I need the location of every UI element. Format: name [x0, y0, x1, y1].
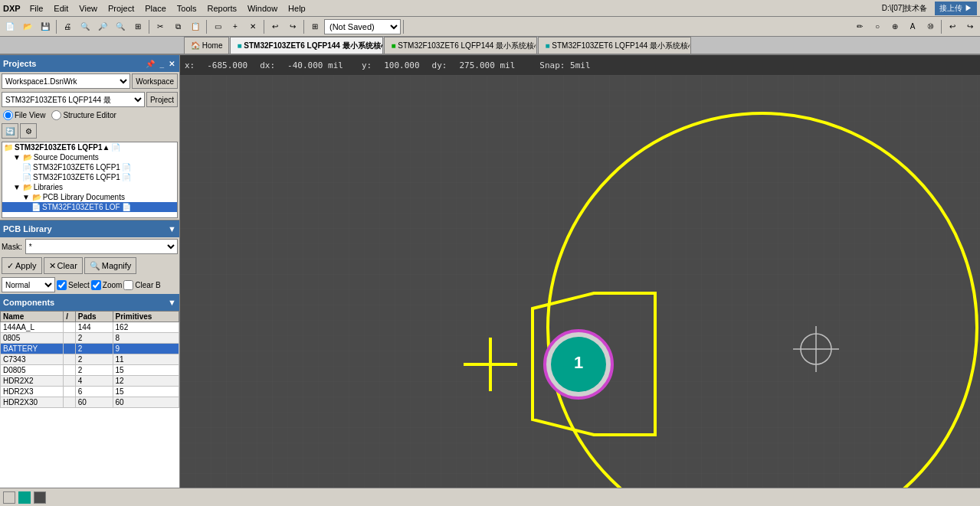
components-expand-btn[interactable]: ▼: [168, 298, 176, 307]
file-view-radio[interactable]: File View: [3, 110, 45, 120]
mask-combo[interactable]: *: [25, 239, 178, 254]
cell-pads: 2: [75, 354, 113, 365]
cell-pads: 144: [75, 322, 113, 333]
table-row[interactable]: 144AA_L 144 162: [1, 322, 179, 333]
circle-icon[interactable]: ○: [869, 19, 886, 34]
cell-slash: [64, 333, 75, 344]
upload-btn[interactable]: 接上传 ▶: [935, 2, 977, 15]
col-primitives[interactable]: Primitives: [113, 312, 179, 322]
menu-reports[interactable]: Reports: [202, 2, 241, 15]
zoom-check[interactable]: Zoom: [91, 280, 123, 290]
cell-pads: 4: [75, 376, 113, 387]
tree-item-3[interactable]: 📄 STM32F103ZET6 LQFP1 📄: [2, 172, 177, 182]
workspace-button[interactable]: Workspace: [132, 73, 178, 89]
pencil-icon[interactable]: ✏: [851, 19, 868, 34]
zoom-fit-btn[interactable]: ⊞: [129, 19, 146, 34]
zoom-out-btn[interactable]: 🔍: [112, 19, 129, 34]
workspace-combo[interactable]: Workspace1.DsnWrk: [2, 73, 130, 89]
undo2-btn[interactable]: ↩: [944, 19, 961, 34]
pcb-library-expand-btn[interactable]: ▼: [168, 224, 176, 233]
projects-header-btns: 📌 _ ✕: [144, 60, 176, 68]
project-button[interactable]: Project: [146, 92, 178, 107]
table-row[interactable]: HDR2X3 6 15: [1, 387, 179, 397]
projects-pin-btn[interactable]: 📌: [144, 60, 156, 68]
tree-item-5[interactable]: ▼ 📂 PCB Library Documents: [2, 192, 177, 202]
clear-button[interactable]: ✕ Clear: [44, 257, 83, 274]
table-row[interactable]: BATTERY 2 9: [1, 344, 179, 354]
dx-value: -40.000 mil: [287, 60, 343, 70]
menu-project[interactable]: Project: [103, 2, 139, 15]
structure-editor-radio[interactable]: Structure Editor: [51, 110, 116, 120]
text-icon[interactable]: A: [904, 19, 921, 34]
table-row[interactable]: D0805 2 15: [1, 365, 179, 376]
clearb-check[interactable]: Clear B: [123, 280, 160, 290]
grid-icon[interactable]: ⊞: [306, 19, 323, 34]
status-icons: [3, 491, 46, 504]
save-btn[interactable]: 💾: [37, 19, 54, 34]
open-btn[interactable]: 📂: [19, 19, 36, 34]
tree-item-4[interactable]: ▼ 📂 Libraries: [2, 182, 177, 192]
tree-item-0[interactable]: 📁 STM32F103ZET6 LQFP1▲ 📄: [2, 142, 177, 152]
home-icon: 🏠: [191, 41, 200, 50]
menu-place[interactable]: Place: [140, 2, 171, 15]
tree-item-6[interactable]: 📄 STM32F103ZET6 LOF 📄: [2, 202, 177, 212]
cell-name: C7343: [1, 354, 64, 365]
num-icon[interactable]: ⑩: [922, 19, 939, 34]
zoom-in-btn[interactable]: 🔎: [94, 19, 111, 34]
copy-btn[interactable]: ⧉: [169, 19, 186, 34]
projects-panel: Projects 📌 _ ✕ Workspace1.DsnWrk Workspa…: [0, 55, 179, 220]
tree-item-1[interactable]: ▼ 📂 Source Documents: [2, 152, 177, 162]
table-row[interactable]: HDR2X30 60 60: [1, 397, 179, 408]
magnify-button[interactable]: 🔍 Magnify: [84, 257, 137, 274]
tab-home[interactable]: 🏠 Home: [184, 37, 229, 54]
sidebar-refresh-btn[interactable]: 🔄: [2, 123, 18, 139]
workspace-row: Workspace1.DsnWrk Workspace: [0, 72, 179, 90]
snap-combo[interactable]: (Not Saved): [324, 19, 401, 34]
pcb-library-panel: PCB Library ▼ Mask: * ✓ Apply ✕ Clear: [0, 220, 179, 294]
project-combo[interactable]: STM32F103ZET6 LQFP144 最: [2, 92, 145, 107]
table-row[interactable]: 0805 2 8: [1, 333, 179, 344]
select-check[interactable]: Select: [57, 280, 90, 290]
tab-pcblib[interactable]: ■ STM32F103ZET6 LQFP144 最小系统核心板.PcbLib: [538, 37, 691, 54]
col-slash[interactable]: /: [64, 312, 75, 322]
redo-btn[interactable]: ↪: [284, 19, 301, 34]
apply-button[interactable]: ✓ Apply: [2, 257, 42, 274]
menu-help[interactable]: Help: [284, 2, 310, 15]
menu-file[interactable]: File: [25, 2, 48, 15]
col-name[interactable]: Name: [1, 312, 64, 322]
sidebar-settings-btn[interactable]: ⚙: [20, 123, 37, 139]
new-btn[interactable]: 📄: [2, 19, 18, 34]
folder-icon-5: ▼ 📂: [22, 193, 41, 201]
dy-label: dy:: [432, 60, 447, 70]
tree-item-2[interactable]: 📄 STM32F103ZET6 LQFP1 📄: [2, 162, 177, 172]
table-row[interactable]: C7343 2 11: [1, 354, 179, 365]
cell-slash: [64, 344, 75, 354]
menu-window[interactable]: Window: [243, 2, 282, 15]
del-btn[interactable]: ✕: [244, 19, 261, 34]
project-row: STM32F103ZET6 LQFP144 最 Project: [0, 90, 179, 109]
undo-btn[interactable]: ↩: [267, 19, 284, 34]
menu-edit[interactable]: Edit: [49, 2, 73, 15]
redo2-btn[interactable]: ↪: [962, 19, 978, 34]
target-icon[interactable]: ⊕: [887, 19, 903, 34]
cell-name: 0805: [1, 333, 64, 344]
zoom-btn[interactable]: 🔍: [77, 19, 93, 34]
projects-close-btn[interactable]: ✕: [167, 60, 176, 68]
normal-combo[interactable]: Normal: [2, 277, 55, 292]
apply-checkmark-icon: ✓: [7, 261, 14, 271]
components-table-wrap[interactable]: Name / Pads Primitives 144AA_L 144 162 0…: [0, 311, 179, 488]
cut-btn[interactable]: ✂: [152, 19, 169, 34]
table-row[interactable]: HDR2X2 4 12: [1, 376, 179, 387]
projects-minimize-btn[interactable]: _: [158, 60, 166, 68]
sep3: [206, 20, 207, 34]
rect-btn[interactable]: ▭: [209, 19, 226, 34]
tab-schdoc[interactable]: ■ STM32F103ZET6 LQFP144 最小系统核心板.SchDoc: [384, 37, 537, 54]
col-pads[interactable]: Pads: [75, 312, 113, 322]
menu-tools[interactable]: Tools: [172, 2, 202, 15]
print-btn[interactable]: 🖨: [59, 19, 76, 34]
menu-view[interactable]: View: [74, 2, 102, 15]
add-btn[interactable]: +: [227, 19, 244, 34]
tab-pcbdoc[interactable]: ■ STM32F103ZET6 LQFP144 最小系统核心板.PcbDoc: [230, 37, 383, 54]
canvas-area[interactable]: x: -685.000 dx: -40.000 mil y: 100.000 d…: [180, 55, 980, 488]
paste-btn[interactable]: 📋: [187, 19, 204, 34]
